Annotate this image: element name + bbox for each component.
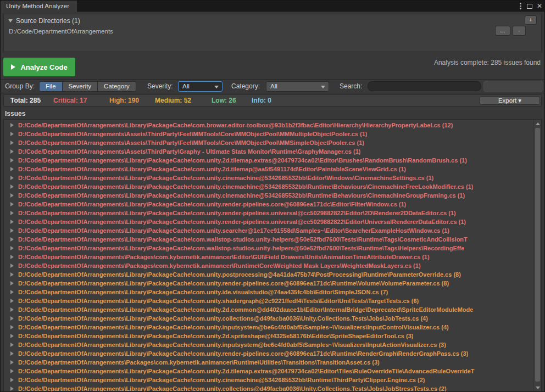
issue-file-path: D:/Code/DepartmentOfArrangements\Library…	[18, 157, 467, 164]
scrollbar-up-icon[interactable]	[536, 122, 540, 125]
expand-arrow-icon	[10, 123, 14, 127]
close-icon[interactable]: ✕	[537, 3, 542, 9]
issue-row[interactable]: D:/Code/DepartmentOfArrangements\Assets\…	[4, 130, 533, 138]
expand-arrow-icon	[10, 281, 14, 285]
issue-file-path: D:/Code/DepartmentOfArrangements\Package…	[18, 254, 430, 260]
issues-list: D:/Code/DepartmentOfArrangements\Library…	[3, 119, 542, 392]
issue-file-path: D:/Code/DepartmentOfArrangements\Library…	[18, 166, 406, 172]
issue-row[interactable]: D:/Code/DepartmentOfArrangements\Library…	[4, 314, 533, 323]
issue-row[interactable]: D:/Code/DepartmentOfArrangements\Library…	[4, 384, 533, 392]
issue-row[interactable]: D:/Code/DepartmentOfArrangements\Library…	[4, 279, 533, 288]
issue-row[interactable]: D:/Code/DepartmentOfArrangements\Package…	[4, 253, 533, 261]
issue-row[interactable]: D:/Code/DepartmentOfArrangements\Library…	[4, 305, 533, 314]
analysis-status-text: Analysis complete: 285 issues found	[434, 59, 541, 66]
issue-row[interactable]: D:/Code/DepartmentOfArrangements\Library…	[4, 376, 533, 384]
stat-medium: Medium: 52	[155, 97, 191, 104]
issue-row[interactable]: D:/Code/DepartmentOfArrangements\Library…	[4, 367, 533, 376]
category-dropdown[interactable]: All	[266, 81, 329, 92]
issue-file-path: D:/Code/DepartmentOfArrangements\Library…	[18, 183, 473, 190]
issue-row[interactable]: D:/Code/DepartmentOfArrangements\Library…	[4, 235, 533, 244]
expand-arrow-icon	[10, 132, 14, 136]
issue-row[interactable]: D:/Code/DepartmentOfArrangements\Library…	[4, 349, 533, 358]
category-dropdown-value: All	[270, 83, 277, 89]
issue-file-path: D:/Code/DepartmentOfArrangements\Library…	[18, 324, 449, 331]
expand-arrow-icon	[10, 334, 14, 338]
issue-row[interactable]: D:/Code/DepartmentOfArrangements\Library…	[4, 182, 533, 191]
issue-row[interactable]: D:/Code/DepartmentOfArrangements\Library…	[4, 270, 533, 279]
scrollbar-down-icon[interactable]	[536, 387, 540, 389]
add-directory-button[interactable]: +	[525, 15, 537, 25]
issue-row[interactable]: D:/Code/DepartmentOfArrangements\Library…	[4, 209, 533, 217]
issue-file-path: D:/Code/DepartmentOfArrangements\Assets\…	[18, 148, 360, 155]
issue-row[interactable]: D:/Code/DepartmentOfArrangements\Library…	[4, 226, 533, 235]
severity-dropdown[interactable]: All	[178, 81, 223, 92]
expand-arrow-icon	[10, 149, 14, 154]
issue-row[interactable]: D:/Code/DepartmentOfArrangements\Library…	[4, 323, 533, 332]
expand-arrow-icon	[10, 264, 14, 268]
issue-row[interactable]: D:/Code/DepartmentOfArrangements\Library…	[4, 165, 533, 173]
issue-row[interactable]: D:/Code/DepartmentOfArrangements\Library…	[4, 288, 533, 296]
issue-row[interactable]: D:/Code/DepartmentOfArrangements\Package…	[4, 261, 533, 270]
search-label: Search:	[340, 82, 362, 90]
category-label: Category:	[231, 82, 260, 90]
expand-arrow-icon	[10, 176, 14, 180]
issue-row[interactable]: D:/Code/DepartmentOfArrangements\Library…	[4, 332, 533, 340]
issue-row[interactable]: D:/Code/DepartmentOfArrangements\Library…	[4, 121, 533, 130]
window-tab[interactable]: Unity Method Analyzer	[1, 1, 77, 12]
issue-row[interactable]: D:/Code/DepartmentOfArrangements\Library…	[4, 156, 533, 165]
browse-directory-button[interactable]: ...	[495, 26, 510, 36]
issue-row[interactable]: D:/Code/DepartmentOfArrangements\Package…	[4, 358, 533, 367]
issue-file-path: D:/Code/DepartmentOfArrangements\Assets\…	[18, 139, 364, 146]
source-directories-foldout[interactable]: Source Directories (1)	[8, 17, 80, 25]
analyze-code-label: Analyze Code	[20, 63, 67, 71]
maximize-icon[interactable]	[527, 4, 532, 9]
expand-arrow-icon	[10, 193, 14, 198]
scrollbar-thumb[interactable]	[535, 128, 540, 382]
issue-file-path: D:/Code/DepartmentOfArrangements\Library…	[18, 280, 449, 287]
issue-row[interactable]: D:/Code/DepartmentOfArrangements\Library…	[4, 340, 533, 349]
analyze-code-button[interactable]: Analyze Code	[3, 58, 75, 76]
issue-file-path: D:/Code/DepartmentOfArrangements\Package…	[18, 359, 380, 366]
issue-row[interactable]: D:/Code/DepartmentOfArrangements\Library…	[4, 217, 533, 226]
issue-row[interactable]: D:/Code/DepartmentOfArrangements\Library…	[4, 191, 533, 200]
stat-low: Low: 26	[212, 97, 236, 104]
expand-arrow-icon	[10, 220, 14, 224]
issue-file-path: D:/Code/DepartmentOfArrangements\Library…	[18, 192, 465, 199]
issue-row[interactable]: D:/Code/DepartmentOfArrangements\Library…	[4, 244, 533, 253]
expand-arrow-icon	[10, 167, 14, 171]
expand-arrow-icon	[10, 369, 14, 373]
group-by-option-file[interactable]: File	[39, 81, 63, 92]
issue-file-path: D:/Code/DepartmentOfArrangements\Library…	[18, 271, 461, 278]
stat-high: High: 190	[109, 97, 139, 104]
issue-row[interactable]: D:/Code/DepartmentOfArrangements\Library…	[4, 200, 533, 209]
search-input[interactable]	[368, 81, 481, 91]
issue-file-path: D:/Code/DepartmentOfArrangements\Library…	[18, 210, 456, 216]
issue-file-path: D:/Code/DepartmentOfArrangements\Library…	[18, 350, 468, 357]
group-by-option-severity[interactable]: Severity	[62, 81, 98, 92]
source-directories-panel: Source Directories (1) + D:/Code/Departm…	[3, 14, 542, 52]
remove-directory-button[interactable]: -	[513, 26, 526, 36]
stat-critical: Critical: 17	[53, 97, 87, 104]
group-by-option-category[interactable]: Category	[97, 81, 136, 92]
expand-arrow-icon	[10, 387, 14, 391]
expand-arrow-icon	[10, 246, 14, 250]
issue-file-path: D:/Code/DepartmentOfArrangements\Library…	[18, 227, 449, 234]
source-directory-path[interactable]: D:/Code/DepartmentOfArrangements	[9, 28, 113, 35]
titlebar: Unity Method Analyzer ✕	[1, 1, 544, 12]
issue-row[interactable]: D:/Code/DepartmentOfArrangements\Assets\…	[4, 138, 533, 147]
kebab-menu-icon[interactable]	[519, 2, 522, 10]
issue-row[interactable]: D:/Code/DepartmentOfArrangements\Library…	[4, 296, 533, 305]
unity-method-analyzer-window: Unity Method Analyzer ✕ Source Directori…	[0, 0, 545, 392]
issue-row[interactable]: D:/Code/DepartmentOfArrangements\Assets\…	[4, 147, 533, 156]
expand-arrow-icon	[10, 158, 14, 163]
stat-info: Info: 0	[252, 97, 271, 104]
issue-file-path: D:/Code/DepartmentOfArrangements\Library…	[18, 236, 468, 243]
issues-rows: D:/Code/DepartmentOfArrangements\Library…	[4, 121, 533, 392]
group-by-label: Group By:	[5, 82, 35, 90]
play-icon	[11, 64, 15, 70]
expand-arrow-icon	[10, 272, 14, 277]
issue-row[interactable]: D:/Code/DepartmentOfArrangements\Library…	[4, 173, 533, 182]
issue-file-path: D:/Code/DepartmentOfArrangements\Library…	[18, 315, 428, 322]
export-button[interactable]: Export ▾	[480, 96, 540, 105]
expand-arrow-icon	[10, 360, 14, 365]
